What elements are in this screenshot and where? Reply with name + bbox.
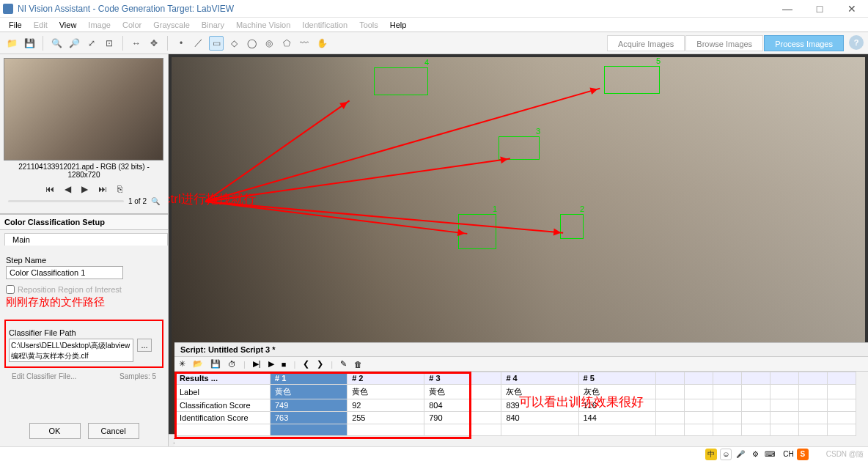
thumb-slider[interactable] (8, 200, 124, 202)
script-edit-icon[interactable]: ✎ (340, 359, 347, 369)
thumbnail-image[interactable] (4, 58, 163, 161)
stepname-label: Step Name (6, 256, 162, 265)
tool-b-icon[interactable]: ✥ (147, 36, 161, 51)
ime-icon[interactable]: 中 (705, 449, 717, 460)
window-minimize-button[interactable]: — (771, 0, 803, 18)
browse-button[interactable]: ... (137, 339, 152, 352)
pager-zoom-icon[interactable]: 🔍 (151, 197, 160, 205)
menu-file[interactable]: File (3, 21, 28, 29)
script-new-icon[interactable]: ✳ (179, 359, 185, 369)
menu-binary[interactable]: Binary (196, 21, 230, 29)
menu-color[interactable]: Color (117, 21, 147, 29)
mic-icon[interactable]: 🎤 (735, 449, 746, 460)
classifier-path-highlight: Classifier File Path C:\Users\DELL\Deskt… (4, 320, 163, 368)
window-close-button[interactable]: ✕ (836, 0, 868, 18)
save-icon[interactable]: 💾 (22, 36, 37, 51)
classifier-path-input[interactable]: C:\Users\DELL\Desktop\高级labview编程\黄与灰样本分… (9, 339, 133, 362)
script-next-icon[interactable]: ❯ (317, 359, 323, 369)
samples-count: Samples: 5 (114, 372, 162, 380)
script-panel: Script: Untitled Script 3 * ✳ 📂 💾 ⏱ | ▶|… (174, 342, 868, 446)
process-images-button[interactable]: Process Images (764, 35, 844, 51)
open-icon[interactable]: 📁 (4, 36, 19, 51)
rect-icon[interactable]: ▭ (209, 36, 224, 51)
menu-bar: File Edit View Image Color Grayscale Bin… (0, 18, 868, 32)
point-icon[interactable]: • (174, 36, 188, 51)
menu-identification[interactable]: Identification (296, 21, 353, 29)
tab-main[interactable]: Main (4, 233, 168, 246)
line-icon[interactable]: ／ (191, 36, 206, 51)
toolbar: 📁 💾 🔍 🔎 ⤢ ⊡ ↔ ✥ • ／ ▭ ◇ ◯ ◎ ⬠ 〰 ✋ Acquir… (0, 32, 868, 54)
free-icon[interactable]: 〰 (297, 36, 312, 51)
zoom-fit-icon[interactable]: ⤢ (84, 36, 99, 51)
roi-4[interactable]: 4 (374, 67, 428, 95)
zoom-100-icon[interactable]: ⊡ (102, 36, 117, 51)
menu-view[interactable]: View (54, 21, 83, 29)
col-4[interactable]: # 4 (501, 372, 578, 385)
watermark: CSDN @随 (826, 449, 864, 460)
annotation-drag: 按住ctrl进行拖拽就行 (169, 191, 256, 207)
reposition-checkbox[interactable] (6, 285, 15, 294)
annotation-file-path: 刚刚存放的文件路径 (6, 295, 162, 309)
menu-tools[interactable]: Tools (353, 21, 384, 29)
cancel-button[interactable]: Cancel (88, 423, 139, 439)
classifier-label: Classifier File Path (9, 328, 159, 337)
app-icon (3, 4, 13, 14)
zoom-in-icon[interactable]: 🔍 (49, 36, 64, 51)
script-delete-icon[interactable]: 🗑 (354, 360, 362, 369)
emoji-icon[interactable]: ☺ (720, 449, 732, 460)
edit-classifier-link[interactable]: Edit Classifier File... (6, 372, 82, 380)
reposition-label: Reposition Region of Interest (18, 285, 122, 294)
pager-prev-icon[interactable]: ◀ (65, 184, 71, 194)
pager-next-icon[interactable]: ⏭ (98, 184, 107, 194)
pan-icon[interactable]: ✋ (315, 36, 329, 51)
menu-image[interactable]: Image (82, 21, 117, 29)
thumbnail-label: 221104133912021.apd - RGB (32 bits) - 12… (4, 161, 164, 181)
browse-images-button[interactable]: Browse Images (685, 35, 763, 51)
gear-icon[interactable]: ⚙ (749, 449, 761, 460)
sogou-icon[interactable]: S (797, 449, 809, 460)
poly-icon[interactable]: ⬠ (279, 36, 294, 51)
window-title: NI Vision Assistant - Code Generation Ta… (18, 0, 771, 18)
ch-indicator[interactable]: CH (783, 450, 793, 458)
pager-mode-icon[interactable]: ⎘ (117, 184, 122, 194)
pager-first-icon[interactable]: ⏮ (45, 184, 54, 194)
ok-button[interactable]: OK (29, 423, 81, 439)
script-prev-icon[interactable]: ❮ (303, 359, 309, 369)
tool-a-icon[interactable]: ↔ (129, 36, 144, 51)
script-runstep-icon[interactable]: ▶| (253, 359, 261, 369)
pager-play-icon[interactable]: ▶ (81, 184, 88, 194)
oval-icon[interactable]: ◯ (244, 36, 259, 51)
script-stop-icon[interactable]: ■ (282, 360, 287, 369)
script-run-icon[interactable]: ▶ (268, 359, 274, 369)
menu-help[interactable]: Help (384, 21, 413, 29)
script-title: Script: Untitled Script 3 * (174, 343, 868, 357)
acquire-images-button[interactable]: Acquire Images (607, 35, 685, 51)
setup-heading: Color Classification Setup (0, 214, 168, 230)
script-save-icon[interactable]: 💾 (210, 359, 221, 369)
zoom-out-icon[interactable]: 🔎 (67, 36, 81, 51)
menu-grayscale[interactable]: Grayscale (147, 21, 196, 29)
menu-machinevision[interactable]: Machine Vision (230, 21, 296, 29)
col-5[interactable]: # 5 (578, 372, 655, 385)
results-highlight-box (174, 372, 471, 439)
menu-edit[interactable]: Edit (28, 21, 54, 29)
window-maximize-button[interactable]: □ (803, 0, 836, 18)
annulus-icon[interactable]: ◎ (262, 36, 276, 51)
stepname-input[interactable] (6, 266, 123, 279)
roi-5[interactable]: 5 (604, 66, 660, 94)
pager-count: 1 of 2 (128, 197, 147, 205)
help-icon[interactable]: ? (849, 35, 864, 50)
script-open-icon[interactable]: 📂 (193, 359, 203, 369)
keyboard-icon[interactable]: ⌨ (764, 449, 776, 460)
annotation-results: 可以看出训练效果很好 (519, 394, 644, 410)
rotrect-icon[interactable]: ◇ (227, 36, 241, 51)
taskbar: 中 ☺ 🎤 ⚙ ⌨ CH S CSDN @随 (0, 446, 868, 461)
left-panel: 221104133912021.apd - RGB (32 bits) - 12… (0, 54, 169, 446)
script-perf-icon[interactable]: ⏱ (228, 360, 236, 369)
